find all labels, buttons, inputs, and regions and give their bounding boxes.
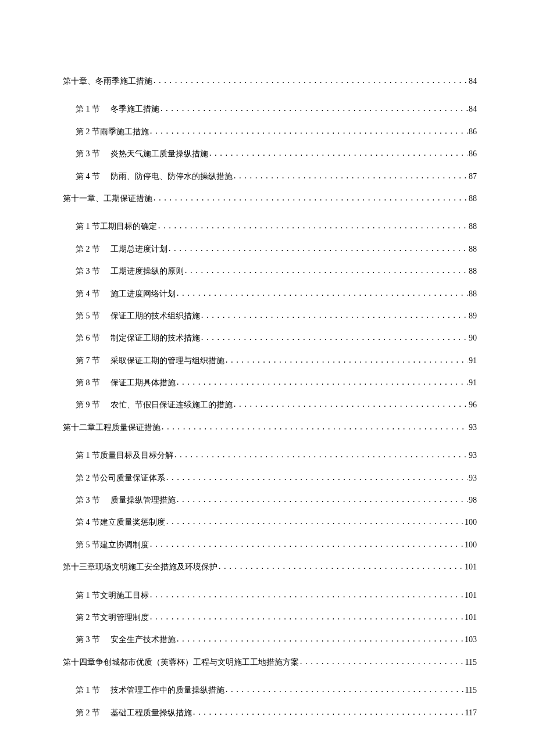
toc-label: 第 8 节保证工期具体措施 [76, 377, 176, 389]
toc-page-number: 89 [468, 310, 477, 323]
toc-entry: 第 9 节农忙、节假日保证连续施工的措施 96 [63, 399, 477, 411]
toc-label: 第十一章、工期保证措施 [63, 192, 152, 205]
toc-leader-dots [233, 171, 468, 182]
toc-leader-dots [149, 539, 463, 550]
toc-leader-dots [176, 634, 463, 645]
toc-page-number: 87 [468, 170, 477, 183]
toc-page-number: 101 [463, 589, 477, 602]
toc-label: 第 2 节基础工程质量操纵措施 [76, 707, 192, 719]
toc-leader-dots [173, 450, 468, 461]
toc-page-number: 115 [464, 656, 477, 669]
toc-label: 第 1 节质量目标及目标分解 [76, 449, 173, 462]
toc-entry: 第 1 节工期目标的确定 88 [63, 220, 477, 233]
toc-page-number: 86 [468, 126, 477, 138]
toc-page-number: 93 [468, 472, 477, 485]
toc-page-number: 88 [468, 192, 477, 205]
toc-leader-dots [192, 707, 464, 718]
toc-label: 第 2 节雨季施工措施 [76, 126, 149, 138]
toc-leader-dots [160, 422, 468, 433]
toc-leader-dots [217, 561, 463, 572]
toc-entry: 第 4 节施工进度网络计划 88 [63, 288, 477, 300]
toc-label: 第 1 节技术管理工作中的质量操纵措施 [76, 684, 224, 697]
table-of-contents: 第十章、冬雨季施工措施 84第 1 节冬季施工措施 84第 2 节雨季施工措施 … [63, 75, 477, 719]
toc-page-number: 91 [468, 377, 477, 389]
toc-entry: 第 1 节质量目标及目标分解 93 [63, 449, 477, 462]
toc-leader-dots [233, 399, 468, 410]
toc-leader-dots [149, 590, 463, 601]
toc-leader-dots [152, 193, 468, 204]
toc-label: 第 6 节制定保证工期的技术措施 [76, 332, 200, 345]
toc-entry: 第 2 节公司质量保证体系 93 [63, 472, 477, 485]
toc-label: 第十四章争创城都市优质（芙蓉杯）工程与文明施工工地措施方案 [63, 656, 299, 669]
toc-entry: 第 3 节质量操纵管理措施 98 [63, 494, 477, 507]
toc-label: 第 4 节建立质量奖惩制度 [76, 516, 165, 529]
toc-leader-dots [165, 472, 468, 483]
toc-entry: 第十四章争创城都市优质（芙蓉杯）工程与文明施工工地措施方案 115 [63, 656, 477, 669]
toc-label: 第 3 节质量操纵管理措施 [76, 494, 176, 507]
toc-label: 第 5 节保证工期的技术组织措施 [76, 310, 200, 323]
toc-leader-dots [224, 685, 464, 696]
toc-label: 第 2 节文明管理制度 [76, 611, 149, 624]
toc-page-number: 84 [468, 103, 477, 116]
toc-leader-dots [176, 377, 468, 388]
toc-leader-dots [176, 288, 468, 299]
toc-page-number: 84 [468, 75, 477, 88]
toc-page-number: 117 [464, 707, 477, 719]
toc-label: 第 7 节采取保证工期的管理与组织措施 [76, 354, 224, 367]
toc-leader-dots [165, 517, 463, 528]
toc-page-number: 100 [463, 516, 477, 529]
toc-leader-dots [200, 332, 468, 343]
toc-page-number: 101 [463, 561, 477, 574]
toc-page-number: 93 [468, 449, 477, 462]
toc-label: 第 9 节农忙、节假日保证连续施工的措施 [76, 399, 233, 411]
toc-entry: 第 4 节防雨、防停电、防停水的操纵措施 87 [63, 170, 477, 183]
toc-leader-dots [152, 76, 468, 87]
toc-label: 第 3 节工期进度操纵的原则 [76, 265, 184, 278]
toc-entry: 第 3 节工期进度操纵的原则 88 [63, 265, 477, 278]
toc-label: 第 1 节工期目标的确定 [76, 220, 157, 233]
toc-label: 第 1 节冬季施工措施 [76, 103, 159, 116]
toc-leader-dots [224, 355, 468, 366]
toc-entry: 第十三章现场文明施工安全措施及环境保护 101 [63, 561, 477, 574]
toc-page-number: 98 [468, 494, 477, 507]
toc-entry: 第 1 节冬季施工措施 84 [63, 103, 477, 116]
toc-leader-dots [176, 495, 468, 506]
toc-entry: 第 1 节技术管理工作中的质量操纵措施 115 [63, 684, 477, 697]
toc-leader-dots [200, 310, 468, 321]
toc-page-number: 101 [463, 611, 477, 624]
toc-label: 第十章、冬雨季施工措施 [63, 75, 152, 88]
toc-entry: 第 4 节建立质量奖惩制度 100 [63, 516, 477, 529]
toc-leader-dots [157, 221, 468, 232]
toc-page-number: 88 [468, 220, 477, 233]
toc-page-number: 115 [464, 684, 477, 697]
toc-label: 第十三章现场文明施工安全措施及环境保护 [63, 561, 217, 574]
toc-entry: 第 5 节保证工期的技术组织措施 89 [63, 310, 477, 323]
toc-entry: 第 3 节安全生产技术措施 103 [63, 633, 477, 646]
toc-entry: 第十一章、工期保证措施 88 [63, 192, 477, 205]
toc-entry: 第 2 节基础工程质量操纵措施 117 [63, 707, 477, 719]
toc-label: 第 2 节工期总进度计划 [76, 243, 167, 256]
toc-leader-dots [184, 266, 468, 277]
toc-page-number: 93 [468, 421, 477, 434]
toc-page-number: 88 [468, 265, 477, 278]
toc-entry: 第 2 节雨季施工措施 86 [63, 126, 477, 138]
toc-label: 第 4 节施工进度网络计划 [76, 288, 176, 300]
toc-entry: 第十二章工程质量保证措施 93 [63, 421, 477, 434]
toc-leader-dots [208, 148, 468, 159]
toc-page-number: 100 [463, 539, 477, 551]
toc-page-number: 103 [463, 633, 477, 646]
toc-entry: 第 7 节采取保证工期的管理与组织措施 91 [63, 354, 477, 367]
toc-page-number: 96 [468, 399, 477, 411]
toc-entry: 第 1 节文明施工目标 101 [63, 589, 477, 602]
toc-leader-dots [167, 243, 468, 255]
toc-label: 第 5 节建立协调制度 [76, 539, 149, 551]
toc-page-number: 91 [468, 354, 477, 367]
toc-page-number: 88 [468, 288, 477, 300]
toc-entry: 第 3 节炎热天气施工质量操纵措施 86 [63, 148, 477, 160]
toc-label: 第 4 节防雨、防停电、防停水的操纵措施 [76, 170, 233, 183]
toc-page-number: 86 [468, 148, 477, 160]
toc-label: 第 3 节炎热天气施工质量操纵措施 [76, 148, 208, 160]
toc-entry: 第 6 节制定保证工期的技术措施 90 [63, 332, 477, 345]
toc-label: 第 1 节文明施工目标 [76, 589, 149, 602]
toc-leader-dots [149, 126, 468, 137]
